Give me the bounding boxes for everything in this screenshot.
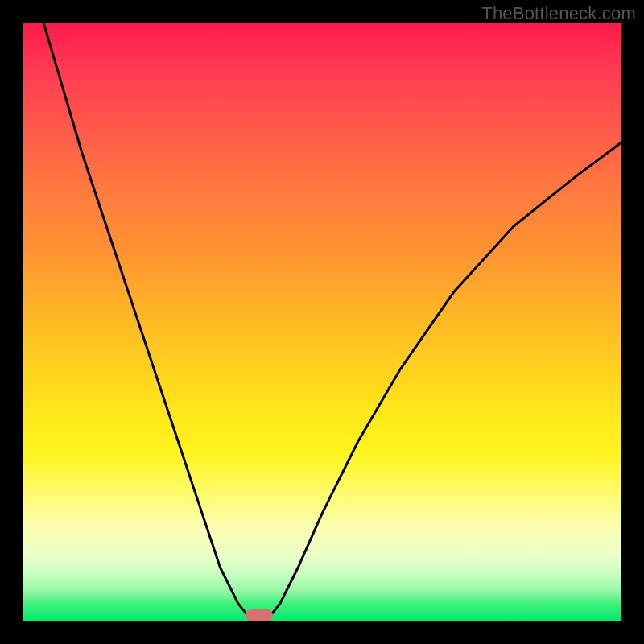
curve-svg [23,23,621,621]
watermark-text: TheBottleneck.com [481,3,636,24]
plot-area [23,23,621,621]
optimum-marker [246,609,272,621]
chart-frame: TheBottleneck.com [0,0,644,644]
bottleneck-curve [43,23,621,621]
